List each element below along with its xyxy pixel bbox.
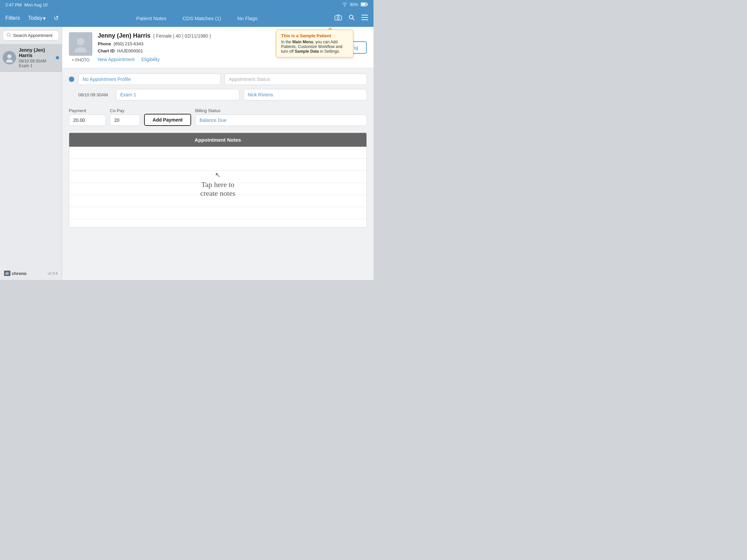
phone-label: Phone (98, 41, 111, 46)
patient-photo-area: + PHOTO (69, 32, 93, 62)
tab-no-flags[interactable]: No Flags (237, 16, 258, 21)
copay-input[interactable] (110, 114, 140, 126)
notes-body[interactable]: ↖ Tap here tocreate notes (69, 147, 366, 227)
patient-photo (69, 32, 93, 56)
svg-point-15 (75, 47, 87, 52)
time-display: 2:47 PM (5, 2, 22, 7)
search-icon-button[interactable] (349, 15, 355, 22)
search-input-wrap (3, 30, 59, 41)
appointment-notes-section: Appointment Notes ↖ (69, 133, 367, 228)
patient-notification-dot (56, 56, 59, 59)
tooltip-sample-data: Sample Data (294, 49, 319, 54)
billing-status-field[interactable]: Balance Due (195, 114, 367, 126)
appointment-status-dot (69, 77, 74, 82)
notes-header: Appointment Notes (69, 133, 366, 147)
payment-row: Payment Co-Pay Add Payment Billing Statu… (69, 107, 367, 126)
logo-box: dr (4, 271, 10, 276)
chart-id-value: HAJE000001 (117, 48, 143, 53)
patient-list: Jenny (Jen) Harris 08/10 09:30AM Exam 1 (0, 44, 62, 267)
filters-button[interactable]: Filters (5, 15, 20, 21)
appointment-row1: No Appointment Profile Appointment Statu… (69, 74, 367, 85)
search-icon (6, 32, 11, 38)
logo-brand: chrono (12, 271, 27, 276)
date-display: Mon Aug 10 (24, 2, 47, 7)
chart-id-label: Chart ID (98, 48, 115, 53)
appointment-section: No Appointment Profile Appointment Statu… (62, 68, 374, 280)
svg-point-13 (6, 59, 13, 62)
svg-point-4 (337, 17, 340, 19)
copay-label: Co-Pay (110, 108, 140, 113)
tooltip-body: In the Main Menu, you can Add Patients, … (281, 39, 348, 54)
svg-rect-1 (367, 3, 368, 5)
version-label: v2.9.6 (48, 271, 58, 275)
nav-left: Filters Today ▾ ↺ (5, 15, 66, 22)
tab-cds-matches[interactable]: CDS Matches (1) (183, 16, 221, 21)
patient-datetime: 08/10 09:30AM (19, 59, 46, 63)
appointment-status-field[interactable]: Appointment Status (225, 74, 367, 85)
svg-rect-9 (361, 20, 368, 20)
search-input[interactable] (13, 33, 55, 38)
billing-label: Billing Status (195, 108, 367, 113)
add-photo-button[interactable]: + PHOTO (72, 58, 90, 62)
content-area: + PHOTO Jenny (Jen) Harris ( Female | 40… (62, 27, 374, 280)
patient-actions: New Appointment Eligibility (98, 57, 306, 62)
svg-line-6 (353, 18, 355, 20)
appointment-row2: 08/10 09:30AM Exam 1 Nick Riviera (69, 89, 367, 100)
notes-placeholder-text: Tap here tocreate notes (200, 180, 235, 197)
patient-demographics: ( Female | 40 | 02/11/1980 ) (153, 33, 211, 38)
patient-exam: Exam 1 (19, 63, 32, 68)
sidebar-footer: dr chrono v2.9.6 (0, 267, 62, 280)
appointment-type-field[interactable]: Exam 1 (116, 89, 239, 100)
patient-avatar (3, 51, 16, 64)
nav-bar: Filters Today ▾ ↺ Patient Notes CDS Matc… (0, 9, 374, 27)
appointment-provider-field[interactable]: Nick Riviera (243, 89, 367, 100)
notes-arrow-icon: ↖ (200, 171, 235, 179)
svg-point-12 (7, 54, 11, 58)
appointment-datetime: 08/10 09:30AM (78, 92, 112, 97)
refresh-button[interactable]: ↺ (54, 15, 59, 22)
tooltip-main-menu: Main Menu (292, 39, 313, 44)
dr-chrono-logo: dr chrono (4, 271, 27, 276)
payment-input[interactable] (69, 114, 106, 126)
billing-col: Billing Status Balance Due (195, 108, 367, 126)
patient-header: + PHOTO Jenny (Jen) Harris ( Female | 40… (62, 27, 374, 68)
new-appointment-link[interactable]: New Appointment (98, 57, 135, 62)
phone-value: (650) 215-6343 (113, 41, 144, 46)
copay-col: Co-Pay (110, 108, 140, 126)
battery-icon (361, 2, 368, 7)
battery-display: 80% (350, 2, 358, 7)
svg-rect-2 (361, 3, 366, 5)
tab-patient-notes[interactable]: Patient Notes (136, 16, 166, 21)
nav-center: Patient Notes CDS Matches (1) No Flags (66, 16, 328, 21)
wifi-icon (342, 2, 347, 7)
tooltip-title: This is a Sample Patient (281, 33, 348, 38)
svg-point-10 (7, 33, 10, 36)
status-bar-left: 2:47 PM Mon Aug 10 (5, 2, 48, 7)
status-bar: 2:47 PM Mon Aug 10 80% (0, 0, 374, 9)
sample-patient-tooltip: This is a Sample Patient In the Main Men… (276, 30, 353, 57)
eligibility-link[interactable]: Eligibility (141, 57, 159, 62)
svg-point-14 (77, 38, 84, 45)
svg-rect-8 (361, 17, 368, 18)
patient-details: Jenny (Jen) Harris ( Female | 40 | 02/11… (98, 32, 306, 62)
status-bar-right: 80% (342, 2, 368, 7)
add-payment-button[interactable]: Add Payment (144, 114, 191, 126)
patient-full-name: Jenny (Jen) Harris (98, 32, 151, 39)
patient-info: Jenny (Jen) Harris 08/10 09:30AM Exam 1 (19, 47, 53, 68)
payment-label: Payment (69, 108, 106, 113)
search-container (0, 27, 62, 44)
svg-line-11 (10, 36, 11, 37)
menu-icon-button[interactable] (361, 15, 368, 22)
today-button[interactable]: Today ▾ (28, 15, 46, 22)
camera-icon-button[interactable] (335, 15, 342, 22)
nav-right (328, 15, 368, 22)
payment-col: Payment (69, 108, 106, 126)
svg-rect-7 (361, 15, 368, 16)
add-payment-col: Add Payment (144, 107, 191, 126)
appointment-profile-field[interactable]: No Appointment Profile (78, 74, 221, 85)
patient-name: Jenny (Jen) Harris (19, 47, 53, 58)
main-layout: Jenny (Jen) Harris 08/10 09:30AM Exam 1 … (0, 27, 374, 280)
patient-list-item[interactable]: Jenny (Jen) Harris 08/10 09:30AM Exam 1 (0, 44, 62, 72)
sidebar: Jenny (Jen) Harris 08/10 09:30AM Exam 1 … (0, 27, 62, 280)
notes-placeholder: ↖ Tap here tocreate notes (200, 171, 235, 198)
